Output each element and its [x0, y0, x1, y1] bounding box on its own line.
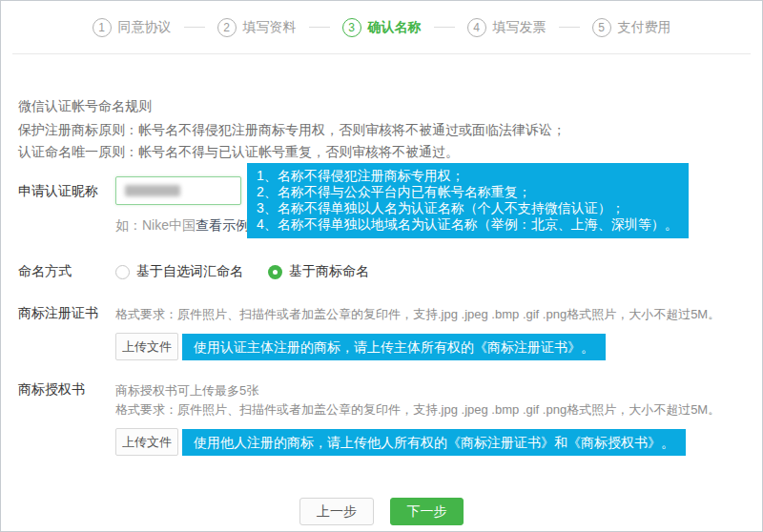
step-agree: 1 同意协议 — [93, 18, 172, 37]
trademark-auth-limit-note: 商标授权书可上传最多5张 — [115, 381, 720, 400]
nickname-input[interactable] — [115, 176, 241, 205]
wizard-footer: 上一步 下一步 — [18, 498, 745, 525]
naming-rules-title: 微信认证帐号命名规则 — [18, 98, 745, 115]
step-fill-info: 2 填写资料 — [217, 18, 297, 37]
trademark-auth-field-col: 商标授权书可上传最多5张 格式要求：原件照片、扫描件或者加盖公章的复印件，支持.… — [115, 381, 720, 456]
nickname-example-prefix: 如：Nike中国 — [115, 217, 196, 233]
naming-rule-trademark: 保护注册商标原则：帐号名不得侵犯注册商标专用权，否则审核将不被通过或面临法律诉讼… — [18, 123, 745, 137]
step-1-circle-icon: 1 — [93, 18, 112, 37]
nickname-example: 如：Nike中国查看示例 — [115, 217, 249, 235]
naming-method-label: 命名方式 — [18, 263, 115, 280]
view-example-link[interactable]: 查看示例 — [196, 217, 249, 233]
step-invoice: 4 填写发票 — [467, 18, 546, 37]
trademark-auth-tooltip: 使用他人注册的商标，请上传他人所有权的《商标注册证书》和《商标授权书》。 — [182, 429, 686, 456]
trademark-auth-upload-button[interactable]: 上传文件 — [115, 428, 178, 456]
nickname-tooltip-line-3: 3、名称不得单独以人名为认证名称（个人不支持微信认证）； — [257, 200, 678, 216]
wizard-stepper: 1 同意协议 2 填写资料 3 确认名称 4 填写发票 5 支付费用 — [12, 1, 751, 54]
step-4-label: 填写发票 — [493, 19, 546, 36]
next-step-button[interactable]: 下一步 — [390, 498, 464, 525]
step-3-circle-icon: 3 — [342, 18, 361, 37]
nickname-row: 申请认证昵称 如：Nike中国查看示例 1、名称不得侵犯注册商标专用权； 2、名… — [18, 176, 745, 235]
step-1-label: 同意协议 — [118, 19, 172, 36]
step-3-label: 确认名称 — [368, 19, 422, 36]
trademark-auth-upload-row: 上传文件 使用他人注册的商标，请上传他人所有权的《商标注册证书》和《商标授权书》… — [115, 428, 720, 456]
step-separator — [434, 27, 455, 28]
step-2-label: 填写资料 — [243, 19, 297, 36]
naming-method-row: 命名方式 基于自选词汇命名 基于商标命名 — [18, 263, 745, 280]
nickname-field-col: 如：Nike中国查看示例 — [115, 176, 249, 235]
naming-method-options: 基于自选词汇命名 基于商标命名 — [115, 263, 394, 280]
nickname-tooltip-line-4: 4、名称不得单独以地域名为认证名称（举例：北京、上海、深圳等）。 — [257, 216, 678, 233]
step-separator — [309, 27, 330, 28]
trademark-cert-tooltip: 使用认证主体注册的商标，请上传主体所有权的《商标注册证书》。 — [182, 334, 606, 360]
previous-step-button[interactable]: 上一步 — [299, 498, 374, 525]
step-confirm-name-active: 3 确认名称 — [342, 18, 422, 37]
trademark-cert-label: 商标注册证书 — [18, 305, 115, 360]
nickname-tooltip-line-2: 2、名称不得与公众平台内已有帐号名称重复； — [257, 184, 678, 200]
radio-option-trademark[interactable]: 基于商标命名 — [268, 263, 369, 280]
nickname-rules-tooltip: 1、名称不得侵犯注册商标专用权； 2、名称不得与公众平台内已有帐号名称重复； 3… — [247, 163, 689, 238]
nickname-label: 申请认证昵称 — [18, 176, 115, 235]
trademark-cert-upload-row: 上传文件 使用认证主体注册的商标，请上传主体所有权的《商标注册证书》。 — [115, 333, 720, 360]
step-payment: 5 支付费用 — [592, 18, 671, 37]
radio-unselected-icon[interactable] — [115, 265, 130, 279]
nickname-tooltip-line-1: 1、名称不得侵犯注册商标专用权； — [257, 168, 678, 184]
step-4-circle-icon: 4 — [467, 18, 486, 37]
trademark-auth-row: 商标授权书 商标授权书可上传最多5张 格式要求：原件照片、扫描件或者加盖公章的复… — [18, 381, 745, 456]
step-separator — [559, 27, 580, 28]
radio-option-custom-words-label: 基于自选词汇命名 — [136, 263, 243, 280]
nickname-value-redacted — [125, 185, 180, 196]
step-separator — [184, 27, 205, 28]
step-2-circle-icon: 2 — [217, 18, 237, 37]
trademark-auth-format-note: 格式要求：原件照片、扫描件或者加盖公章的复印件，支持.jpg .jpeg .bm… — [115, 400, 720, 419]
step-5-label: 支付费用 — [618, 19, 671, 36]
trademark-cert-row: 商标注册证书 格式要求：原件照片、扫描件或者加盖公章的复印件，支持.jpg .j… — [18, 305, 745, 360]
radio-selected-icon[interactable] — [268, 265, 282, 279]
trademark-cert-field-col: 格式要求：原件照片、扫描件或者加盖公章的复印件，支持.jpg .jpeg .bm… — [115, 305, 720, 360]
trademark-cert-format-note: 格式要求：原件照片、扫描件或者加盖公章的复印件，支持.jpg .jpeg .bm… — [115, 305, 720, 324]
radio-option-custom-words[interactable]: 基于自选词汇命名 — [115, 263, 243, 280]
radio-option-trademark-label: 基于商标命名 — [289, 263, 369, 280]
trademark-cert-upload-button[interactable]: 上传文件 — [115, 333, 178, 360]
naming-rule-unique: 认证命名唯一原则：帐号名不得与已认证帐号重复，否则审核将不被通过。 — [18, 145, 745, 159]
step-5-circle-icon: 5 — [592, 18, 611, 37]
trademark-auth-label: 商标授权书 — [18, 381, 115, 456]
